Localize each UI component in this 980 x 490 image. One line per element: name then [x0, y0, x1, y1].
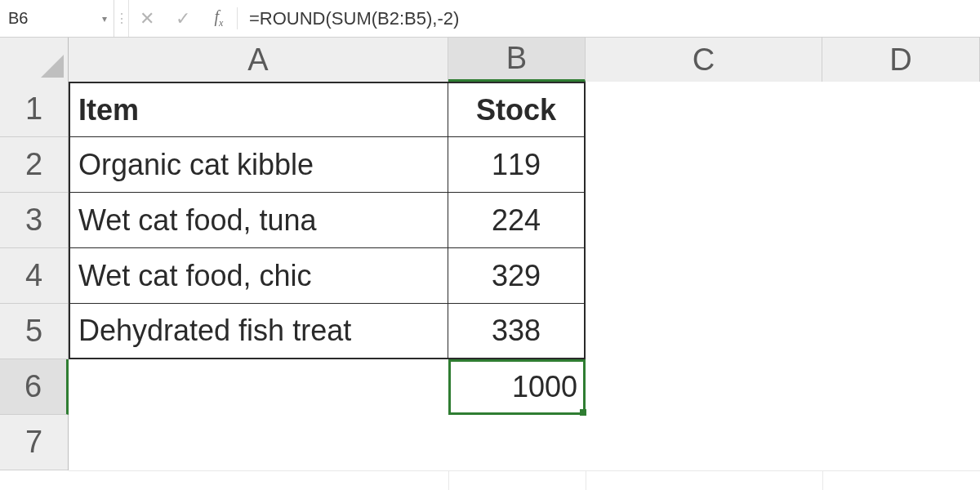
column-header-C[interactable]: C	[586, 38, 822, 82]
cell-D2[interactable]	[822, 137, 980, 193]
table-row: Organic cat kibble 119	[69, 137, 980, 193]
cell-A5[interactable]: Dehydrated fish treat	[69, 304, 448, 359]
cancel-formula-button[interactable]: ✕	[129, 0, 165, 37]
name-box[interactable]: B6 ▾	[0, 0, 114, 37]
fx-icon: fx	[215, 7, 224, 29]
cell-A7[interactable]	[69, 415, 448, 470]
table-row: 1000	[69, 359, 980, 415]
cell-A1[interactable]: Item	[69, 82, 448, 137]
cell-B7[interactable]	[448, 415, 586, 470]
formula-bar: B6 ▾ ⋮ ✕ ✓ fx =ROUND(SUM(B2:B5),-2)	[0, 0, 980, 38]
formula-text: =ROUND(SUM(B2:B5),-2)	[249, 8, 459, 29]
row-header-1[interactable]: 1	[0, 82, 68, 137]
gridline	[69, 470, 980, 471]
cell-D5[interactable]	[822, 304, 980, 359]
table-row: Item Stock	[69, 82, 980, 137]
table-row: Wet cat food, chic 329	[69, 248, 980, 304]
column-header-A[interactable]: A	[69, 38, 448, 82]
name-box-text: B6	[8, 9, 28, 28]
cell-B3[interactable]: 224	[448, 193, 586, 248]
row-header-6[interactable]: 6	[0, 359, 69, 415]
cell-B1[interactable]: Stock	[448, 82, 586, 137]
cell-B5[interactable]: 338	[448, 304, 586, 359]
cell-C4[interactable]	[586, 248, 822, 304]
cell-A2[interactable]: Organic cat kibble	[69, 137, 448, 193]
cell-D3[interactable]	[822, 193, 980, 248]
name-box-dropdown-icon[interactable]: ▾	[102, 13, 107, 24]
cell-C6[interactable]	[586, 359, 822, 415]
table-row	[69, 415, 980, 470]
column-headers: A B C D	[0, 38, 980, 82]
cell-A3[interactable]: Wet cat food, tuna	[69, 193, 448, 248]
cancel-icon: ✕	[140, 8, 154, 29]
cell-C2[interactable]	[586, 137, 822, 193]
cell-C1[interactable]	[586, 82, 822, 137]
cell-D4[interactable]	[822, 248, 980, 304]
row-header-4[interactable]: 4	[0, 248, 68, 304]
row-headers: 1 2 3 4 5 6 7	[0, 82, 69, 470]
cell-B4[interactable]: 329	[448, 248, 586, 304]
formula-input[interactable]: =ROUND(SUM(B2:B5),-2)	[238, 0, 980, 37]
column-header-D[interactable]: D	[822, 38, 980, 82]
row-header-2[interactable]: 2	[0, 137, 68, 193]
accept-formula-button[interactable]: ✓	[165, 0, 201, 37]
insert-function-button[interactable]: fx	[201, 0, 237, 37]
cell-C3[interactable]	[586, 193, 822, 248]
table-row: Dehydrated fish treat 338	[69, 304, 980, 359]
worksheet: A B C D 1 2 3 4 5 6 7 Item Stock Organic…	[0, 38, 980, 490]
cell-D6[interactable]	[822, 359, 980, 415]
cell-A4[interactable]: Wet cat food, chic	[69, 248, 448, 304]
column-header-B[interactable]: B	[448, 38, 586, 82]
cell-D1[interactable]	[822, 82, 980, 137]
row-header-5[interactable]: 5	[0, 304, 68, 359]
check-icon: ✓	[176, 8, 190, 29]
cell-C5[interactable]	[586, 304, 822, 359]
cell-A6[interactable]	[69, 359, 448, 415]
cell-C7[interactable]	[586, 415, 822, 470]
row-header-3[interactable]: 3	[0, 193, 68, 248]
row-header-7[interactable]: 7	[0, 415, 68, 470]
cell-D7[interactable]	[822, 415, 980, 470]
namebox-resize-handle[interactable]: ⋮	[114, 0, 129, 37]
select-all-corner[interactable]	[0, 38, 69, 82]
cell-B2[interactable]: 119	[448, 137, 586, 193]
cells-area: Item Stock Organic cat kibble 119 Wet ca…	[69, 82, 980, 470]
cell-B6[interactable]: 1000	[448, 359, 586, 415]
table-row: Wet cat food, tuna 224	[69, 193, 980, 248]
